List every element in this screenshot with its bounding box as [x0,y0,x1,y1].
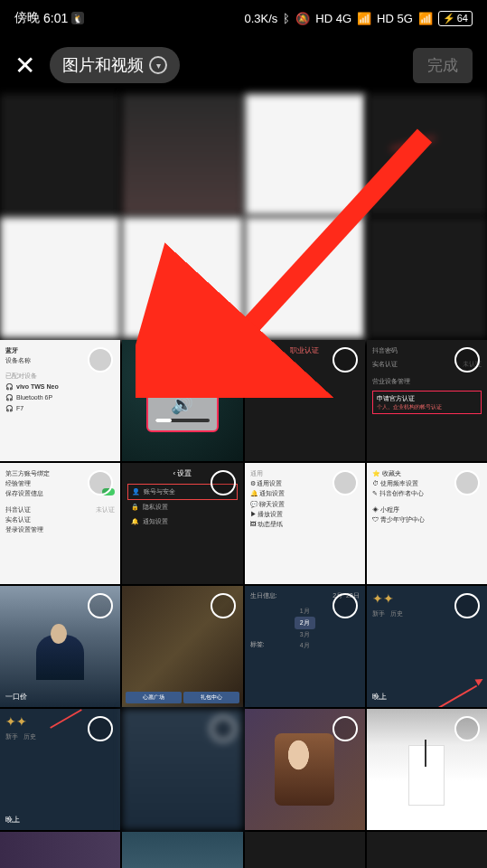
select-circle[interactable] [332,470,358,495]
select-circle[interactable] [454,470,480,495]
media-cell[interactable] [245,94,365,215]
select-circle[interactable] [332,716,358,741]
media-cell[interactable] [0,832,120,868]
select-circle[interactable] [332,593,358,618]
media-cell[interactable]: 通用 ⚙ 通用设置 🔔 通知设置 💬 聊天设置 ▶ 播放设置 🖼 动态壁纸 [245,463,365,584]
close-button[interactable]: ✕ [14,51,35,80]
media-cell[interactable]: ✦✦ 新手 历史 晚上 [367,586,487,707]
media-cell[interactable]: ‹ 设置 👤 账号与安全 🔒 隐私设置 🔔 通知设置 [122,463,242,584]
media-cell[interactable] [245,217,365,338]
media-cell[interactable]: 职业认证 ———— ———— ———— [245,340,365,461]
volume-popup: 音量 🔊 [146,369,219,432]
net-speed: 0.3K/s [244,12,277,25]
media-cell[interactable] [367,94,487,215]
media-cell[interactable] [367,709,487,830]
media-cell[interactable] [0,217,120,338]
select-circle[interactable] [211,716,236,741]
media-cell[interactable]: ⭐ 收藏夹 ⏱ 使用频率设置 ✎ 抖音创作者中心 ◈ 小程序 🛡 青少年守护中心 [367,463,487,584]
media-cell[interactable] [122,94,242,215]
select-circle[interactable] [88,593,113,618]
signal-2: HD 5G [377,12,413,25]
speaker-icon: 🔊 [171,393,193,415]
media-cell[interactable]: 心愿广场 礼包中心 [122,586,242,707]
media-cell[interactable]: 音量 🔊 [122,340,242,461]
filter-label: 图片和视频 [62,54,144,76]
picker-header: ✕ 图片和视频 ▾ 完成 [0,36,487,94]
time: 6:01 [43,11,68,25]
select-circle[interactable] [332,347,358,373]
select-circle[interactable] [211,593,236,618]
volume-slider [155,419,210,422]
signal-1: HD 4G [315,12,351,25]
media-cell[interactable] [122,832,242,868]
select-circle[interactable] [454,347,480,373]
media-cell[interactable]: 抖音密码 实名认证未认证 营业设备管理 申请官方认证 个人、企业机构的帐号认证 [367,340,487,461]
media-cell[interactable]: 生日信息: 2月 20日 1月 2月 3月 4月 标签: [245,586,365,707]
media-cell[interactable]: 一口价 [0,586,120,707]
chevron-down-icon: ▾ [149,56,167,74]
battery-indicator: ⚡64 [438,11,473,26]
media-grid: 蓝牙 设备名称 已配对设备 🎧 vivo TWS Neo 🎧 Bluetooth… [0,94,487,868]
time-prefix: 傍晚 [14,10,40,26]
media-cell[interactable] [245,832,365,868]
media-cell[interactable] [0,94,120,215]
done-button[interactable]: 完成 [413,48,473,83]
status-bar: 傍晚 6:01 🐧 0.3K/s ᛒ 🔕 HD 4G 📶 HD 5G 📶 ⚡64 [0,0,487,36]
qq-icon: 🐧 [71,12,84,24]
media-cell[interactable]: ✦✦ 新手 历史 晚上 [0,709,120,830]
select-circle[interactable] [211,347,236,373]
select-circle[interactable] [454,716,480,741]
select-circle[interactable] [211,470,236,495]
signal-bars-2: 📶 [418,12,433,25]
media-cell[interactable] [367,832,487,868]
media-cell[interactable] [122,709,242,830]
signal-bars-1: 📶 [357,12,371,25]
media-filter-dropdown[interactable]: 图片和视频 ▾ [50,47,180,83]
select-circle[interactable] [454,593,480,618]
bluetooth-icon: ᛒ [283,12,290,25]
media-cell[interactable] [122,217,242,338]
dnd-icon: 🔕 [295,12,310,25]
media-cell[interactable] [245,709,365,830]
media-cell[interactable]: 第三方账号绑定 经验管理 保存设置信息 抖音认证未认证 实名认证 登录设置管理 [0,463,120,584]
media-cell[interactable]: 蓝牙 设备名称 已配对设备 🎧 vivo TWS Neo 🎧 Bluetooth… [0,340,120,461]
media-cell[interactable] [367,217,487,338]
